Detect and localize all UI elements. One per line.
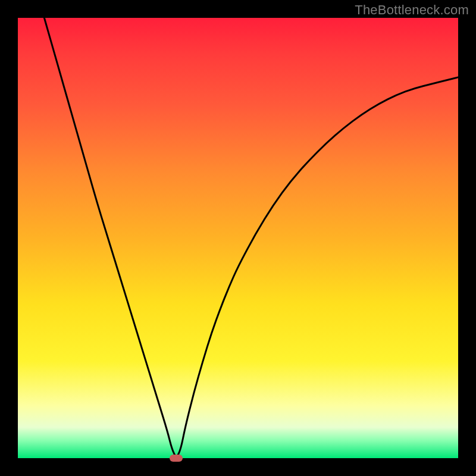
minimum-marker [170, 455, 183, 462]
chart-frame: TheBottleneck.com [0, 0, 476, 476]
bottleneck-curve [18, 18, 458, 458]
plot-area [18, 18, 458, 458]
watermark-text: TheBottleneck.com [355, 2, 469, 18]
